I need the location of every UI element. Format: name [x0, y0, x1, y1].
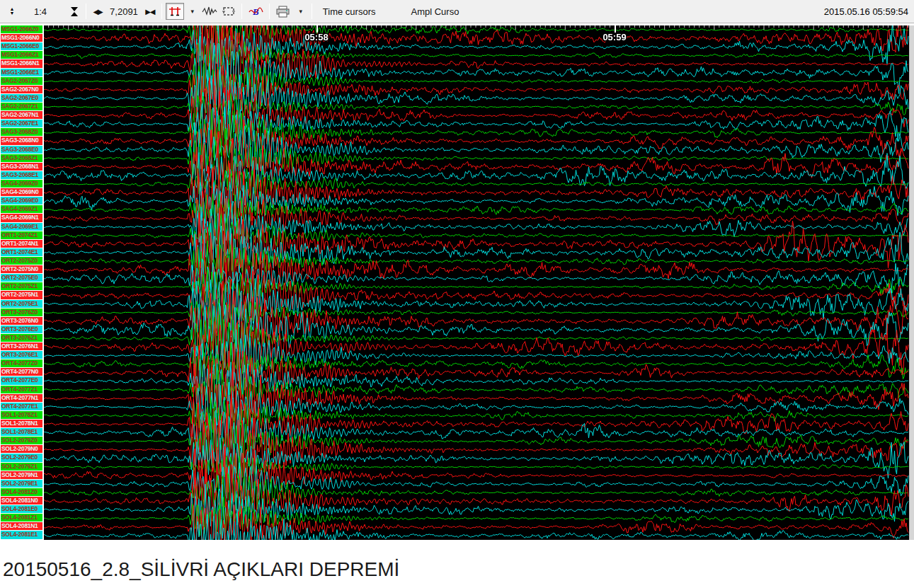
channel-label[interactable]: SOL2-2079N1: [1, 471, 42, 479]
channel-label[interactable]: SAG2-2067Z1: [1, 103, 42, 110]
channel-label[interactable]: SOL4-2081Z1: [1, 514, 42, 521]
channel-label[interactable]: SAG3-2068N0: [1, 137, 42, 144]
zigzag-waveform-icon: [202, 6, 217, 17]
channel-label[interactable]: SOL2-2079N0: [1, 445, 42, 453]
chevron-down-icon: ▾: [191, 8, 195, 15]
channel-label[interactable]: SOL2-2079E0: [1, 454, 42, 461]
dashed-frame-icon: [222, 6, 236, 17]
datetime-display: 2015.05.16 05:59:54: [824, 6, 910, 17]
ampl-cursor-button[interactable]: Ampl Curso: [411, 6, 459, 17]
seismogram-viewer-window: ▲▼ 1:4 ◀▶ 7,2091 ▶◀ ▾: [0, 0, 914, 588]
expand-horizontal-icon: ◀▶: [93, 8, 102, 16]
channel-label[interactable]: ORT2-2075N0: [1, 265, 42, 273]
channel-label[interactable]: ORT4-2077E0: [1, 376, 42, 384]
channel-label[interactable]: MSG1-2066E1: [1, 69, 42, 76]
channel-label[interactable]: ORT3-2076Z1: [1, 334, 42, 342]
channel-label[interactable]: ORT1-2074N1: [1, 240, 42, 248]
channel-label[interactable]: SOL1-2078N1: [1, 420, 42, 427]
channel-label[interactable]: SOL2-2079E1: [1, 480, 42, 488]
time-cursor-tool-button[interactable]: [166, 3, 184, 20]
channel-label[interactable]: SAG2-2067Z0: [1, 77, 42, 85]
channel-label[interactable]: SOL4-2081N1: [1, 522, 42, 530]
channel-label[interactable]: ORT3-2076N1: [1, 342, 42, 350]
channel-label[interactable]: SAG2-2067E1: [1, 120, 42, 127]
channel-label[interactable]: SAG2-2067N1: [1, 111, 42, 119]
channel-label[interactable]: SOL4-2081E0: [1, 505, 42, 513]
time-cursor-icon: [168, 6, 182, 17]
channel-label[interactable]: MSG1-2066E0: [1, 42, 42, 50]
channel-label[interactable]: SAG4-2069E0: [1, 197, 42, 204]
channel-label[interactable]: SAG2-2067E0: [1, 94, 42, 102]
time-cursor-dropdown-button[interactable]: ▾: [184, 3, 200, 20]
trace-region: MSG1-2066Z0MSG1-2066N0MSG1-2066E0MSG1-20…: [0, 25, 914, 540]
channel-label[interactable]: ORT3-2076N0: [1, 317, 42, 325]
waveform-display[interactable]: [44, 25, 909, 540]
channel-label[interactable]: SOL2-2079Z0: [1, 437, 42, 444]
channel-label[interactable]: ORT4-2077Z0: [1, 359, 42, 367]
channel-label[interactable]: MSG1-2066Z1: [1, 51, 42, 59]
channel-label[interactable]: ORT2-2075E0: [1, 274, 42, 282]
channel-label[interactable]: ORT2-2075Z1: [1, 282, 42, 290]
separator: [241, 4, 242, 19]
channel-label[interactable]: SAG3-2068N1: [1, 163, 42, 171]
compress-horizontal-button[interactable]: ▶◀: [142, 3, 158, 20]
caption-area: 20150516_2.8_SİLİVRİ AÇIKLARI DEPREMİ: [0, 540, 914, 587]
amplitude-b-icon: B: [248, 6, 263, 18]
channel-label[interactable]: ORT2-2075N1: [1, 291, 42, 299]
channel-label[interactable]: ORT2-2075Z0: [1, 257, 42, 265]
zoom-frame-button[interactable]: [219, 3, 238, 20]
channel-label[interactable]: SAG3-2068E1: [1, 171, 42, 179]
channel-label[interactable]: ORT4-2077N1: [1, 394, 42, 402]
print-dropdown-button[interactable]: ▾: [292, 3, 308, 20]
horizontal-scale-value: 7,2091: [105, 6, 142, 17]
separator: [161, 4, 162, 19]
channel-label[interactable]: SAG3-2068E0: [1, 146, 42, 154]
compress-horizontal-icon: ▶◀: [145, 8, 154, 16]
channel-label[interactable]: ORT3-2076Z0: [1, 309, 42, 316]
channel-label[interactable]: ORT1-2074E1: [1, 248, 42, 256]
channel-label[interactable]: SOL1-2078Z1: [1, 411, 42, 419]
channel-label-column: MSG1-2066Z0MSG1-2066N0MSG1-2066E0MSG1-20…: [0, 25, 44, 540]
channel-label[interactable]: SOL1-2078E1: [1, 428, 42, 436]
separator: [269, 4, 270, 19]
channel-label[interactable]: ORT4-2077N0: [1, 368, 42, 376]
spinner-arrows-icon: ▲▼: [10, 7, 15, 16]
channel-label[interactable]: SAG4-2069Z0: [1, 180, 42, 188]
channel-label[interactable]: ORT3-2076E0: [1, 325, 42, 333]
channel-label[interactable]: SOL2-2079Z1: [1, 463, 42, 471]
channel-label[interactable]: ORT2-2075E1: [1, 300, 42, 308]
expand-horizontal-button[interactable]: ◀▶: [90, 3, 105, 20]
channel-label[interactable]: SAG3-2068Z0: [1, 128, 42, 136]
chevron-down-icon: ▾: [299, 8, 303, 15]
toolbar: ▲▼ 1:4 ◀▶ 7,2091 ▶◀ ▾: [0, 0, 914, 23]
event-caption: 20150516_2.8_SİLİVRİ AÇIKLARI DEPREMİ: [3, 558, 914, 581]
separator: [312, 4, 312, 19]
channel-label[interactable]: MSG1-2066Z0: [1, 25, 42, 33]
channel-label[interactable]: SOL4-2081N0: [1, 497, 42, 505]
time-cursors-button[interactable]: Time cursors: [323, 6, 376, 17]
channel-label[interactable]: SAG3-2068Z1: [1, 154, 42, 162]
channel-label[interactable]: SOL4-2081E1: [1, 531, 42, 538]
channel-label[interactable]: SAG4-2069Z1: [1, 205, 42, 213]
amplitude-tool-button[interactable]: B: [246, 3, 265, 20]
channel-label[interactable]: SAG4-2069N1: [1, 214, 42, 221]
channel-label[interactable]: SOL4-2081Z0: [1, 488, 42, 496]
channel-label[interactable]: ORT4-2077E1: [1, 403, 42, 410]
vertical-scale-spinner[interactable]: ▲▼: [4, 3, 20, 20]
printer-icon: [275, 6, 290, 18]
channel-label[interactable]: SAG4-2069E1: [1, 223, 42, 231]
channel-label[interactable]: ORT4-2077Z1: [1, 386, 42, 393]
vertical-scrollbar[interactable]: [909, 25, 914, 540]
channel-label[interactable]: SAG4-2069N0: [1, 188, 42, 196]
seismogram-canvas[interactable]: [44, 25, 909, 540]
zoom-ratio-value: 1:4: [30, 6, 51, 17]
hourglass-icon: [71, 7, 78, 16]
collapse-vertical-button[interactable]: [67, 3, 82, 20]
waveform-tool-button[interactable]: [200, 3, 219, 20]
channel-label[interactable]: ORT3-2076E1: [1, 351, 42, 359]
channel-label[interactable]: MSG1-2066N1: [1, 59, 42, 67]
channel-label[interactable]: ORT1-2074Z1: [1, 231, 42, 239]
channel-label[interactable]: MSG1-2066N0: [1, 34, 42, 42]
print-button[interactable]: [273, 3, 292, 20]
channel-label[interactable]: SAG2-2067N0: [1, 86, 42, 93]
